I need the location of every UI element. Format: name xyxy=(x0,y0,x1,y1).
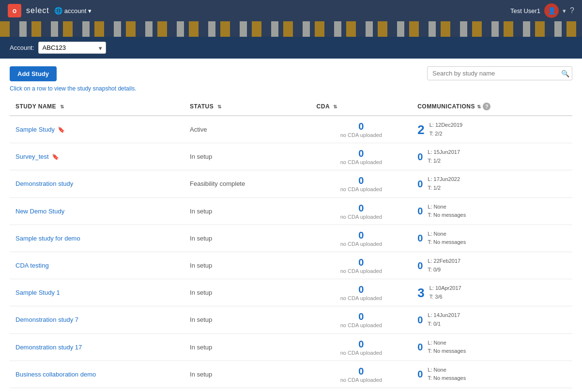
bookmark-icon: 🔖 xyxy=(58,126,65,133)
study-name-link[interactable]: Survey_test xyxy=(15,153,49,160)
communications-cell: 2 L: 12Dec2019 T: 2/2 xyxy=(412,116,572,143)
table-row[interactable]: Business collaboration demo In setup0 no… xyxy=(10,361,572,388)
hint-text: Click on a row to view the study snapsho… xyxy=(10,85,136,92)
sort-icon-study-name: ⇅ xyxy=(60,104,64,109)
banner-strip xyxy=(0,21,582,37)
table-row[interactable]: Survey_test 🔖 In setup0 no CDA uploaded … xyxy=(10,143,572,170)
th-communications[interactable]: COMMUNICATIONS ⇅ ? xyxy=(412,98,572,116)
comm-total: T: No messages xyxy=(428,211,466,220)
search-button[interactable]: 🔍 xyxy=(561,70,569,77)
table-row[interactable]: Demonstration study 7 In setup0 no CDA u… xyxy=(10,306,572,333)
study-table: STUDY NAME ⇅ STATUS ⇅ CDA ⇅ COMMUNICATIO… xyxy=(10,98,572,392)
search-box: 🔍 xyxy=(427,66,572,80)
nav-left: o select 🌐 account ▾ xyxy=(8,4,92,17)
table-header-row: STUDY NAME ⇅ STATUS ⇅ CDA ⇅ COMMUNICATIO… xyxy=(10,98,572,116)
sort-icon-cda: ⇅ xyxy=(333,104,337,109)
table-row[interactable]: Demonstration study Feasibility complete… xyxy=(10,170,572,197)
comm-last: L: 17Jun2022 xyxy=(428,175,460,184)
study-name-cell: Demonstration study 17 xyxy=(10,333,184,361)
user-name: Test User1 xyxy=(510,7,540,15)
avatar[interactable]: 👤 xyxy=(544,3,559,18)
study-name-cell: Sample Study 🔖 xyxy=(10,116,184,143)
table-header: STUDY NAME ⇅ STATUS ⇅ CDA ⇅ COMMUNICATIO… xyxy=(10,98,572,116)
comm-total: T: No messages xyxy=(428,238,466,247)
cda-sub: no CDA uploaded xyxy=(317,186,406,192)
comm-wrapper: 0 L: 22Feb2017 T: 0/9 xyxy=(417,257,567,274)
status-cell: In setup xyxy=(184,306,311,333)
search-input[interactable] xyxy=(427,66,572,80)
cda-cell: 0 no CDA uploaded xyxy=(311,225,412,252)
study-name-link[interactable]: CDA testing xyxy=(15,262,49,269)
study-name-link[interactable]: Sample study for demo xyxy=(15,235,80,242)
cda-sub: no CDA uploaded xyxy=(317,295,406,301)
comm-count-value: 0 xyxy=(417,369,423,379)
cda-count: 0 xyxy=(317,366,406,377)
account-select[interactable]: ABC123 DEF456 GHI789 xyxy=(38,42,106,54)
status-cell: In setup xyxy=(184,333,311,361)
cda-sub: no CDA uploaded xyxy=(317,322,406,328)
status-cell: In setup xyxy=(184,143,311,170)
communications-cell: 0 L: None T: No messages xyxy=(412,388,572,392)
cda-cell: 0 no CDA uploaded xyxy=(311,306,412,333)
th-status[interactable]: STATUS ⇅ xyxy=(184,98,311,116)
th-cda[interactable]: CDA ⇅ xyxy=(311,98,412,116)
cda-count: 0 xyxy=(317,284,406,295)
comm-count-value: 0 xyxy=(417,315,423,325)
comm-total: T: No messages xyxy=(428,374,466,383)
comm-total: T: No messages xyxy=(428,347,466,356)
comm-meta: L: 10Apr2017 T: 3/6 xyxy=(429,284,461,301)
toolbar: Add Study Click on a row to view the stu… xyxy=(10,66,572,92)
cda-cell: 0 no CDA uploaded xyxy=(311,116,412,143)
account-nav[interactable]: 🌐 account ▾ xyxy=(54,7,92,15)
comm-wrapper: 0 L: None T: No messages xyxy=(417,366,567,383)
status-cell: In setup xyxy=(184,197,311,225)
comm-total: T: 0/1 xyxy=(428,320,460,329)
study-name-cell: Demonstration study 7 xyxy=(10,306,184,333)
help-icon[interactable]: ? xyxy=(570,6,574,15)
comm-help-icon[interactable]: ? xyxy=(483,103,490,110)
comm-last: L: 10Apr2017 xyxy=(429,284,461,293)
comm-total: T: 0/9 xyxy=(428,266,460,274)
table-row[interactable]: CDA testing In setup0 no CDA uploaded 0 … xyxy=(10,252,572,279)
nav-chevron: ▾ xyxy=(563,7,566,15)
nav-right: Test User1 👤 ▾ ? xyxy=(510,3,574,18)
cda-count: 0 xyxy=(317,257,406,268)
table-row[interactable]: Sample study for demo In setup0 no CDA u… xyxy=(10,225,572,252)
study-name-link[interactable]: Sample Study 1 xyxy=(15,289,60,296)
cda-sub: no CDA uploaded xyxy=(317,159,406,165)
cda-count: 0 xyxy=(317,175,406,186)
table-row[interactable]: Demo Study In setup0 no CDA uploaded 0 L… xyxy=(10,388,572,392)
study-name-link[interactable]: Business collaboration demo xyxy=(15,371,96,378)
table-row[interactable]: Sample Study 🔖 Active0 no CDA uploaded 2… xyxy=(10,116,572,143)
study-name-link[interactable]: Demonstration study 7 xyxy=(15,316,78,323)
comm-last: L: None xyxy=(428,366,466,375)
study-name-cell: Sample study for demo xyxy=(10,225,184,252)
cda-sub: no CDA uploaded xyxy=(317,241,406,247)
comm-count-value: 0 xyxy=(417,179,423,189)
communications-cell: 0 L: 14Jun2017 T: 0/1 xyxy=(412,306,572,333)
cda-cell: 0 no CDA uploaded xyxy=(311,279,412,306)
banner-inner xyxy=(0,21,582,37)
cda-sub: no CDA uploaded xyxy=(317,132,406,138)
cda-sub: no CDA uploaded xyxy=(317,377,406,383)
study-name-link[interactable]: New Demo Study xyxy=(15,208,64,215)
comm-count-value: 0 xyxy=(417,233,423,243)
comm-last: L: None xyxy=(428,230,466,239)
add-study-button[interactable]: Add Study xyxy=(10,66,57,81)
study-name-link[interactable]: Demonstration study 17 xyxy=(15,344,82,351)
study-name-link[interactable]: Demonstration study xyxy=(15,180,73,187)
comm-last: L: 14Jun2017 xyxy=(428,311,460,320)
status-cell: Active xyxy=(184,116,311,143)
comm-last: L: None xyxy=(428,203,466,211)
th-study-name[interactable]: STUDY NAME ⇅ xyxy=(10,98,184,116)
study-name-link[interactable]: Sample Study xyxy=(15,126,55,133)
account-bar-label: Account: xyxy=(10,44,34,51)
table-row[interactable]: Demonstration study 17 In setup0 no CDA … xyxy=(10,333,572,361)
comm-meta: L: None T: No messages xyxy=(428,339,466,356)
comm-meta: L: None T: No messages xyxy=(428,203,466,220)
comm-meta: L: 14Jun2017 T: 0/1 xyxy=(428,311,460,328)
cda-count: 0 xyxy=(317,148,406,159)
table-row[interactable]: New Demo Study In setup0 no CDA uploaded… xyxy=(10,197,572,225)
comm-last: L: 12Dec2019 xyxy=(429,121,463,130)
table-row[interactable]: Sample Study 1 In setup0 no CDA uploaded… xyxy=(10,279,572,306)
